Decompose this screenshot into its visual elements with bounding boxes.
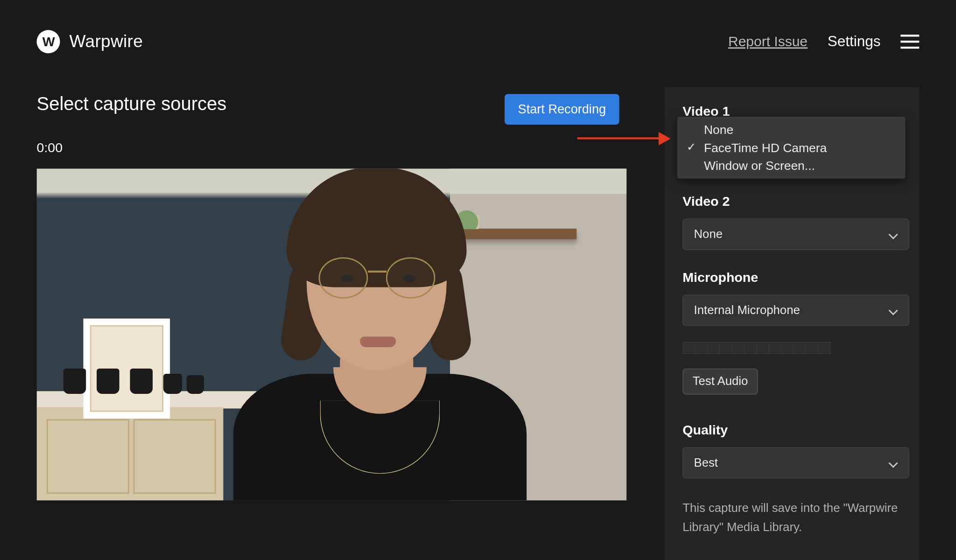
video1-option-facetime[interactable]: ✓ FaceTime HD Camera: [677, 139, 905, 157]
microphone-label: Microphone: [682, 270, 901, 285]
brand: W Warpwire: [37, 30, 143, 53]
settings-link[interactable]: Settings: [828, 33, 881, 50]
report-issue-link[interactable]: Report Issue: [728, 33, 808, 49]
video1-option-window-screen[interactable]: Window or Screen...: [677, 157, 905, 175]
left-column: Select capture sources 0:00: [37, 93, 627, 501]
save-destination-hint: This capture will save into the "Warpwir…: [682, 498, 901, 537]
video2-label: Video 2: [682, 194, 901, 210]
brand-name: Warpwire: [70, 31, 143, 51]
start-recording-button[interactable]: Start Recording: [505, 94, 619, 125]
chevron-down-icon: [889, 230, 898, 239]
quality-value: Best: [694, 456, 718, 470]
quality-select[interactable]: Best: [682, 447, 909, 478]
test-audio-button[interactable]: Test Audio: [682, 369, 758, 395]
chevron-down-icon: [889, 458, 898, 468]
microphone-value: Internal Microphone: [694, 303, 800, 317]
chevron-down-icon: [889, 306, 898, 315]
video2-value: None: [694, 227, 723, 241]
annotation-arrow-icon: [577, 131, 671, 147]
video1-option-none[interactable]: None: [677, 120, 905, 139]
topbar: W Warpwire Report Issue Settings: [0, 0, 956, 60]
brand-logo-icon: W: [37, 30, 60, 53]
quality-label: Quality: [682, 422, 901, 438]
audio-level-meter: [682, 342, 830, 354]
video2-select[interactable]: None: [682, 218, 909, 250]
camera-preview: [37, 168, 627, 500]
top-actions: Report Issue Settings: [728, 33, 919, 50]
recording-timer: 0:00: [37, 140, 627, 155]
video1-dropdown[interactable]: None ✓ FaceTime HD Camera Window or Scre…: [677, 117, 905, 179]
microphone-select[interactable]: Internal Microphone: [682, 294, 909, 326]
checkmark-icon: ✓: [687, 140, 696, 154]
hamburger-menu-icon[interactable]: [900, 35, 919, 49]
